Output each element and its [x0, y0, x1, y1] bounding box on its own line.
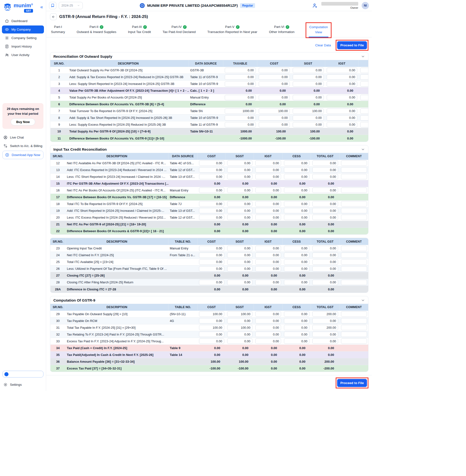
tab-part-iii-input-tax-credit[interactable]: Part-III✓Input Tax Credit: [128, 23, 151, 37]
value-input[interactable]: [255, 318, 281, 323]
value-input[interactable]: [284, 174, 309, 179]
value-input[interactable]: [199, 280, 224, 285]
value-input[interactable]: [312, 332, 338, 337]
comment-input[interactable]: [341, 311, 367, 317]
value-input[interactable]: [312, 339, 338, 344]
value-input[interactable]: [227, 318, 252, 323]
sidebar-link-download-app-now[interactable]: Download App Now: [2, 151, 44, 159]
value-input[interactable]: [293, 68, 324, 73]
value-input[interactable]: [225, 115, 256, 121]
value-input[interactable]: [312, 188, 338, 193]
value-input[interactable]: [227, 259, 252, 265]
value-input[interactable]: [227, 208, 252, 213]
sidebar-item-settings[interactable]: Settings: [0, 380, 46, 389]
value-input[interactable]: [284, 160, 309, 166]
comment-input[interactable]: [341, 246, 367, 251]
comment-input[interactable]: [341, 208, 367, 213]
comment-input[interactable]: [341, 259, 367, 265]
value-input[interactable]: [284, 246, 309, 251]
value-input[interactable]: [255, 160, 281, 166]
chevron-down-icon[interactable]: [361, 298, 365, 302]
value-input[interactable]: [312, 246, 338, 251]
sidebar-item-dashboard[interactable]: Dashboard: [2, 17, 44, 25]
value-input[interactable]: [293, 115, 324, 121]
tab-part-i-summary[interactable]: Part-ISummary: [50, 23, 66, 37]
value-input[interactable]: [255, 325, 281, 330]
value-input[interactable]: [312, 167, 338, 172]
ledger-icon-button[interactable]: [49, 2, 56, 9]
value-input[interactable]: [199, 325, 224, 330]
comment-input[interactable]: [341, 167, 367, 172]
comment-input[interactable]: [341, 339, 367, 344]
value-input[interactable]: [312, 266, 338, 272]
add-user-icon[interactable]: [312, 3, 318, 9]
value-input[interactable]: [284, 339, 309, 344]
chevron-down-icon[interactable]: [361, 147, 365, 151]
value-input[interactable]: [327, 108, 357, 114]
tab-part-iv-tax-paid-and-declared[interactable]: Part-IV✓Tax Paid And Declared: [162, 23, 196, 37]
value-input[interactable]: [199, 215, 224, 220]
value-input[interactable]: [284, 318, 309, 323]
value-input[interactable]: [225, 95, 256, 100]
value-input[interactable]: [327, 68, 357, 73]
value-input[interactable]: [284, 208, 309, 213]
value-input[interactable]: [327, 115, 357, 121]
value-input[interactable]: [255, 167, 281, 172]
tab-part-ii-outward-inward-supplies[interactable]: Part-II✓Outward & Inward Supplies: [76, 23, 117, 37]
value-input[interactable]: [227, 160, 252, 166]
comment-input[interactable]: [341, 188, 367, 193]
value-input[interactable]: [312, 174, 338, 179]
value-input[interactable]: [284, 167, 309, 172]
comment-input[interactable]: [341, 174, 367, 179]
comment-input[interactable]: [341, 253, 367, 258]
value-input[interactable]: [199, 266, 224, 272]
value-input[interactable]: [293, 81, 324, 87]
sidebar-item-company-setting[interactable]: Company Setting: [2, 34, 44, 42]
comment-input[interactable]: [341, 332, 367, 337]
value-input[interactable]: [293, 108, 324, 114]
back-button[interactable]: [50, 13, 57, 20]
value-input[interactable]: [227, 174, 252, 179]
value-input[interactable]: [255, 259, 281, 265]
value-input[interactable]: [312, 208, 338, 213]
value-input[interactable]: [312, 160, 338, 166]
value-input[interactable]: [284, 188, 309, 193]
value-input[interactable]: [227, 167, 252, 172]
value-input[interactable]: [284, 266, 309, 272]
value-input[interactable]: [199, 188, 224, 193]
value-input[interactable]: [225, 122, 256, 127]
value-input[interactable]: [255, 174, 281, 179]
value-input[interactable]: [199, 160, 224, 166]
value-input[interactable]: [227, 311, 252, 317]
proceed-to-file-button-top[interactable]: Proceed to File: [337, 41, 367, 49]
value-input[interactable]: [227, 266, 252, 272]
comment-input[interactable]: [341, 266, 367, 272]
buy-now-button[interactable]: Buy Now: [11, 118, 35, 125]
value-input[interactable]: [199, 201, 224, 206]
value-input[interactable]: [199, 318, 224, 323]
value-input[interactable]: [327, 95, 357, 100]
value-input[interactable]: [255, 339, 281, 344]
value-input[interactable]: [255, 215, 281, 220]
value-input[interactable]: [199, 174, 224, 179]
value-input[interactable]: [255, 246, 281, 251]
value-input[interactable]: [312, 201, 338, 206]
value-input[interactable]: [255, 266, 281, 272]
value-input[interactable]: [312, 253, 338, 258]
proceed-to-file-button-bottom[interactable]: Proceed to File: [337, 379, 367, 387]
value-input[interactable]: [327, 74, 357, 80]
value-input[interactable]: [225, 68, 256, 73]
value-input[interactable]: [227, 253, 252, 258]
value-input[interactable]: [227, 280, 252, 285]
clear-data-link[interactable]: Clear Data: [315, 44, 331, 47]
value-input[interactable]: [284, 201, 309, 206]
value-input[interactable]: [312, 259, 338, 265]
value-input[interactable]: [312, 280, 338, 285]
value-input[interactable]: [284, 259, 309, 265]
value-input[interactable]: [255, 280, 281, 285]
comment-input[interactable]: [341, 215, 367, 220]
value-input[interactable]: [259, 108, 290, 114]
sidebar-item-my-company[interactable]: My Company: [2, 25, 44, 34]
value-input[interactable]: [199, 246, 224, 251]
comment-input[interactable]: [341, 318, 367, 323]
